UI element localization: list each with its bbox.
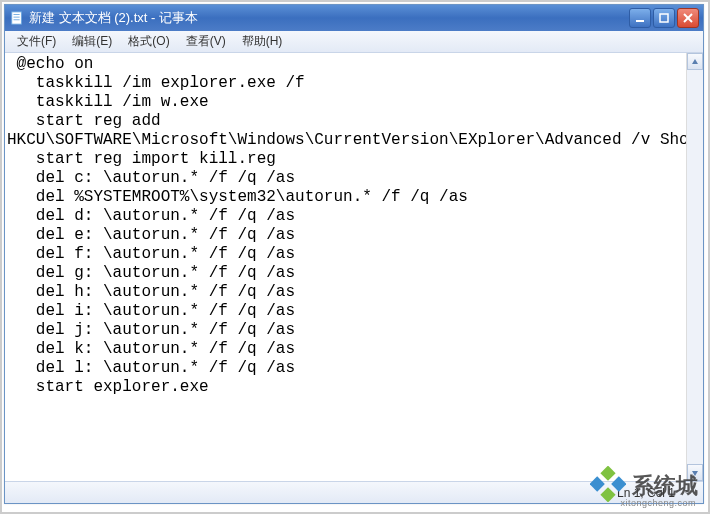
svg-rect-5 xyxy=(660,14,668,22)
notepad-window: 新建 文本文档 (2).txt - 记事本 文件(F) 编辑(E) 格式(O) … xyxy=(4,4,704,504)
svg-marker-9 xyxy=(692,471,698,476)
menu-help[interactable]: 帮助(H) xyxy=(234,31,291,52)
scrollbar-track[interactable] xyxy=(687,70,703,464)
svg-rect-0 xyxy=(12,12,22,24)
statusbar: Ln 1, Col 1 xyxy=(5,481,703,503)
titlebar[interactable]: 新建 文本文档 (2).txt - 记事本 xyxy=(5,5,703,31)
window-buttons xyxy=(629,8,699,28)
maximize-button[interactable] xyxy=(653,8,675,28)
notepad-icon xyxy=(9,10,25,26)
menu-format[interactable]: 格式(O) xyxy=(120,31,177,52)
close-button[interactable] xyxy=(677,8,699,28)
text-area: @echo on taskkill /im explorer.exe /f ta… xyxy=(5,53,703,481)
svg-marker-8 xyxy=(692,59,698,64)
scroll-down-button[interactable] xyxy=(687,464,703,481)
menu-view[interactable]: 查看(V) xyxy=(178,31,234,52)
cursor-position: Ln 1, Col 1 xyxy=(617,486,675,500)
minimize-button[interactable] xyxy=(629,8,651,28)
window-title: 新建 文本文档 (2).txt - 记事本 xyxy=(29,9,629,27)
vertical-scrollbar[interactable] xyxy=(686,53,703,481)
document-content[interactable]: @echo on taskkill /im explorer.exe /f ta… xyxy=(5,53,703,481)
menubar: 文件(F) 编辑(E) 格式(O) 查看(V) 帮助(H) xyxy=(5,31,703,53)
menu-file[interactable]: 文件(F) xyxy=(9,31,64,52)
scroll-up-button[interactable] xyxy=(687,53,703,70)
menu-edit[interactable]: 编辑(E) xyxy=(64,31,120,52)
